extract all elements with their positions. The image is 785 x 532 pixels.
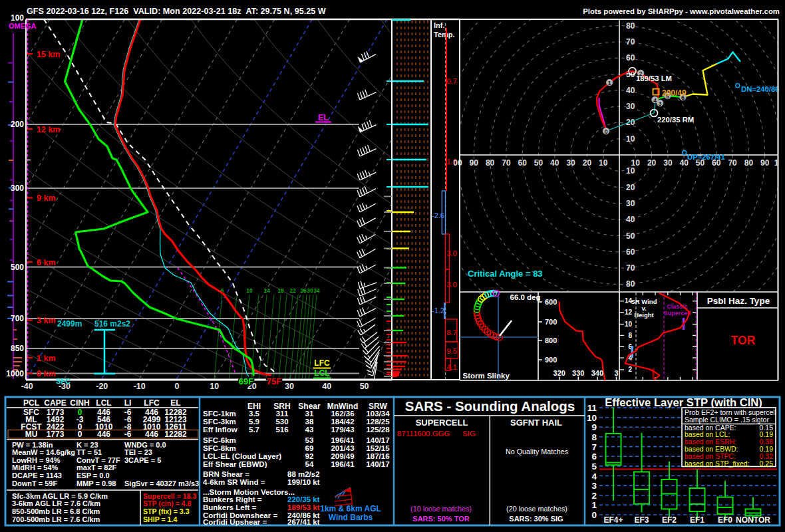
svg-text:3.0: 3.0: [447, 281, 457, 289]
svg-text:5.7: 5.7: [249, 426, 259, 434]
svg-text:LI: LI: [124, 398, 132, 408]
svg-text:0 km: 0 km: [37, 369, 56, 378]
svg-text:128/25: 128/25: [366, 418, 390, 426]
svg-text:SARS: 50% TOR: SARS: 50% TOR: [412, 515, 469, 523]
svg-text:PW = 1.38in: PW = 1.38in: [12, 441, 53, 449]
svg-text:00: 00: [453, 158, 462, 168]
svg-text:NONTOR: NONTOR: [736, 515, 770, 525]
svg-text:SHIP = 1.4: SHIP = 1.4: [143, 515, 177, 523]
svg-text:516 m2s2: 516 m2s2: [94, 319, 130, 329]
svg-text:GFS 2022-03-16 12z, F126 VALI: GFS 2022-03-16 12z, F126 VALID: Mon 2022…: [27, 7, 326, 16]
svg-text:SUPERCELL: SUPERCELL: [416, 418, 468, 428]
svg-text:EF4+: EF4+: [603, 515, 623, 525]
svg-text:-2.6: -2.6: [432, 211, 444, 219]
svg-text:162/36: 162/36: [331, 410, 354, 418]
svg-text:12: 12: [625, 309, 633, 316]
svg-text:-20: -20: [96, 382, 108, 391]
svg-text:EL: EL: [170, 398, 180, 408]
svg-text:80: 80: [626, 279, 635, 289]
svg-text:Wind Barbs: Wind Barbs: [329, 513, 373, 522]
svg-text:184/42: 184/42: [331, 418, 354, 426]
svg-text:70: 70: [626, 263, 635, 273]
svg-text:TT = 51: TT = 51: [77, 448, 102, 456]
svg-text:Bunkers Left =: Bunkers Left =: [203, 503, 256, 511]
svg-text:53: 53: [305, 436, 314, 444]
svg-text:30: 30: [307, 287, 313, 294]
svg-text:80: 80: [626, 21, 635, 31]
svg-text:-40: -40: [21, 382, 33, 391]
svg-text:SGFNT HAIL: SGFNT HAIL: [510, 418, 562, 428]
svg-text:Psbl Haz. Type: Psbl Haz. Type: [707, 296, 770, 306]
svg-text:30: 30: [626, 199, 635, 208]
svg-text:4-6km SR Wind =: 4-6km SR Wind =: [203, 478, 265, 486]
svg-text:200/49: 200/49: [662, 88, 687, 98]
svg-text:87111600.GGG: 87111600.GGG: [397, 430, 450, 438]
svg-text:103/34: 103/34: [366, 410, 390, 418]
svg-text:26: 26: [300, 287, 307, 294]
svg-text:-6: -6: [124, 430, 132, 439]
svg-text:12 km: 12 km: [37, 125, 60, 134]
svg-text:3-6km AGL LR = 7.6 C/km: 3-6km AGL LR = 7.6 C/km: [12, 499, 100, 507]
svg-text:196/41: 196/41: [331, 436, 355, 444]
svg-text:Effective Layer STP (with CIN): Effective Layer STP (with CIN): [605, 396, 762, 409]
svg-text:189/53 kt: 189/53 kt: [287, 503, 320, 511]
svg-text:80: 80: [744, 158, 754, 168]
svg-text:700-500mb LR = 7.6 C/km: 700-500mb LR = 7.6 C/km: [12, 515, 100, 523]
svg-text:SARS - Sounding Analogs: SARS - Sounding Analogs: [405, 398, 575, 414]
svg-text:4.1: 4.1: [447, 363, 457, 371]
svg-text:75F: 75F: [267, 376, 281, 386]
svg-text:8.7: 8.7: [447, 329, 457, 336]
svg-text:CAPE: CAPE: [44, 398, 66, 408]
svg-text:330: 330: [572, 369, 584, 377]
svg-text:MMP = 0.98: MMP = 0.98: [77, 479, 116, 487]
svg-text:K = 23: K = 23: [77, 441, 98, 449]
svg-text:BRN Shear =: BRN Shear =: [203, 470, 249, 478]
svg-text:Eff Shear (EBWD): Eff Shear (EBWD): [203, 460, 267, 468]
svg-text:-1.2: -1.2: [432, 307, 444, 315]
svg-text:8: 8: [628, 332, 632, 339]
svg-text:EF3: EF3: [634, 515, 649, 525]
svg-text:60: 60: [518, 158, 528, 168]
svg-text:...Storm Motion Vectors...: ...Storm Motion Vectors...: [203, 488, 295, 496]
svg-text:80: 80: [486, 158, 495, 168]
svg-text:40: 40: [626, 215, 635, 224]
svg-text:3 km: 3 km: [37, 316, 56, 325]
svg-text:209/49: 209/49: [331, 452, 354, 460]
svg-text:196/41: 196/41: [331, 460, 355, 468]
svg-text:516: 516: [275, 426, 288, 434]
svg-text:11: 11: [587, 403, 597, 413]
svg-text:267/41 kt: 267/41 kt: [287, 518, 320, 526]
svg-text:140/17: 140/17: [366, 460, 389, 468]
svg-text:50: 50: [626, 231, 635, 241]
svg-text:(20 loose matches): (20 loose matches): [506, 505, 567, 513]
svg-text:STP (cin) = 4.8: STP (cin) = 4.8: [143, 499, 192, 507]
svg-text:140/17: 140/17: [366, 436, 389, 444]
svg-text:0: 0: [591, 510, 597, 520]
svg-text:DCAPE = 1143: DCAPE = 1143: [12, 471, 62, 479]
svg-text:0: 0: [175, 382, 180, 391]
svg-text:SigSvr = 40327 m3/s3: SigSvr = 40327 m3/s3: [124, 479, 199, 487]
svg-text:1: 1: [608, 80, 611, 86]
svg-text:EF0: EF0: [718, 515, 732, 525]
svg-text:8: 8: [591, 432, 597, 442]
svg-text:446: 446: [97, 430, 110, 439]
svg-text:10: 10: [626, 166, 635, 176]
svg-text:DN=240/86: DN=240/86: [741, 85, 779, 93]
svg-text:500: 500: [11, 263, 24, 272]
svg-text:40: 40: [550, 158, 559, 168]
svg-text:850-500mb LR = 6.8 C/km: 850-500mb LR = 6.8 C/km: [12, 507, 100, 515]
svg-text:220/35 kt: 220/35 kt: [287, 495, 320, 503]
svg-text:LFC: LFC: [144, 398, 160, 408]
svg-text:20: 20: [647, 158, 657, 168]
svg-text:LFC: LFC: [314, 358, 330, 368]
svg-text:1km & 6km AGL: 1km & 6km AGL: [320, 504, 381, 513]
svg-text:60: 60: [626, 247, 635, 257]
svg-text:14: 14: [263, 287, 270, 294]
svg-text:maxT = 82F: maxT = 82F: [77, 464, 117, 471]
svg-text:3: 3: [614, 369, 618, 377]
svg-text:DownT = 59F: DownT = 59F: [12, 479, 57, 487]
svg-text:MU: MU: [25, 430, 38, 439]
svg-text:152/15: 152/15: [366, 444, 390, 452]
svg-text:900: 900: [545, 356, 557, 364]
svg-text:320: 320: [553, 369, 565, 377]
